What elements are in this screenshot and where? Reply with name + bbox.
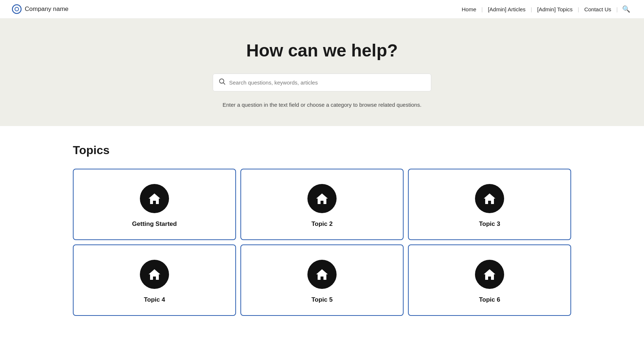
home-icon xyxy=(315,191,329,206)
search-bar xyxy=(213,74,431,91)
topic-icon-6 xyxy=(475,260,504,289)
svg-marker-7 xyxy=(149,269,160,280)
topic-3[interactable]: Topic 3 xyxy=(408,169,571,240)
svg-line-3 xyxy=(223,83,225,84)
topic-5[interactable]: Topic 5 xyxy=(240,244,404,316)
svg-marker-5 xyxy=(316,193,328,204)
topics-section: Topics Getting Started Topic 2 Topic xyxy=(0,126,644,338)
topics-grid: Getting Started Topic 2 Topic 3 Topic xyxy=(73,169,571,316)
svg-marker-9 xyxy=(484,269,495,280)
topic-icon-4 xyxy=(140,260,169,289)
nav-link-contact[interactable]: Contact Us xyxy=(581,5,614,14)
brand-icon xyxy=(12,4,22,14)
hero-section: How can we help? Enter a question in the… xyxy=(0,19,644,126)
nav-sep-4: | xyxy=(616,6,619,12)
home-icon xyxy=(482,191,497,206)
topic-2[interactable]: Topic 2 xyxy=(240,169,404,240)
brand-name: Company name xyxy=(25,5,68,13)
svg-marker-8 xyxy=(316,269,328,280)
brand: Company name xyxy=(12,4,68,14)
topic-getting-started[interactable]: Getting Started xyxy=(73,169,236,240)
nav-sep-3: | xyxy=(577,6,580,12)
home-icon xyxy=(482,267,497,282)
svg-marker-6 xyxy=(484,193,495,204)
search-icon[interactable]: 🔍 xyxy=(620,4,632,15)
nav-links: Home | [Admin] Articles | [Admin] Topics… xyxy=(459,4,632,15)
svg-point-1 xyxy=(15,7,19,11)
topic-icon-5 xyxy=(307,260,337,289)
topic-label-6: Topic 6 xyxy=(479,296,500,303)
search-bar-icon xyxy=(219,78,225,87)
home-icon xyxy=(147,267,162,282)
nav-sep-1: | xyxy=(481,6,484,12)
topic-4[interactable]: Topic 4 xyxy=(73,244,236,316)
topic-label-1: Getting Started xyxy=(132,220,177,228)
topic-label-5: Topic 5 xyxy=(311,296,333,303)
topic-label-2: Topic 2 xyxy=(311,220,333,228)
topic-icon-1 xyxy=(140,184,169,213)
main-nav: Company name Home | [Admin] Articles | [… xyxy=(0,0,644,19)
topic-label-4: Topic 4 xyxy=(144,296,165,303)
search-input[interactable] xyxy=(229,79,425,86)
home-icon xyxy=(315,267,329,282)
topic-icon-2 xyxy=(307,184,337,213)
home-icon xyxy=(147,191,162,206)
topic-label-3: Topic 3 xyxy=(479,220,500,228)
nav-link-admin-articles[interactable]: [Admin] Articles xyxy=(485,5,528,14)
svg-marker-4 xyxy=(149,193,160,204)
hero-subtitle: Enter a question in the text field or ch… xyxy=(7,102,637,108)
nav-link-home[interactable]: Home xyxy=(459,5,479,14)
svg-point-0 xyxy=(12,5,21,13)
nav-sep-2: | xyxy=(530,6,533,12)
nav-link-admin-topics[interactable]: [Admin] Topics xyxy=(534,5,576,14)
topic-icon-3 xyxy=(475,184,504,213)
topics-title: Topics xyxy=(73,144,571,157)
hero-title: How can we help? xyxy=(7,40,637,60)
topic-6[interactable]: Topic 6 xyxy=(408,244,571,316)
